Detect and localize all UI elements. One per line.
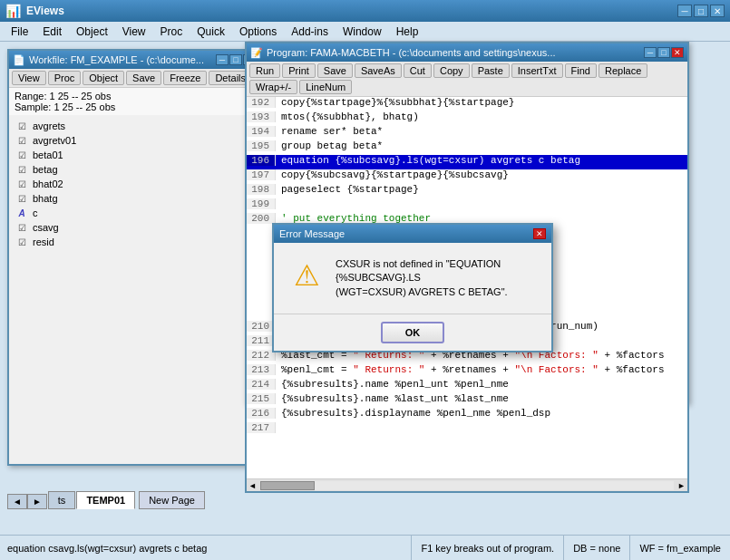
workfile-save-btn[interactable]: Save <box>126 71 161 85</box>
app-title-bar: 📊 EViews ─ □ ✕ <box>0 0 730 22</box>
program-close[interactable]: ✕ <box>671 47 684 58</box>
program-maximize[interactable]: □ <box>657 47 670 58</box>
item-label: bhatg <box>33 193 58 204</box>
tab-ts[interactable]: ts <box>48 491 76 509</box>
code-line-196: 196 equation {%subcsavg}.ls(wgt=cxsur) a… <box>247 155 687 169</box>
copy-button[interactable]: Copy <box>433 63 470 78</box>
workfile-object-btn[interactable]: Object <box>83 71 124 85</box>
workfile-range: Range: 1 25 -- 25 obs <box>15 91 254 101</box>
print-button[interactable]: Print <box>282 63 316 78</box>
code-line-192: 192 copy{%startpage}%{%subbhat}{%startpa… <box>247 97 687 111</box>
save-button[interactable]: Save <box>317 63 353 78</box>
code-line-217-marker: 217 <box>247 422 687 437</box>
status-right: F1 key breaks out of program. DB = none … <box>411 536 730 561</box>
workfile-proc-btn[interactable]: Proc <box>48 71 82 85</box>
item-label: c <box>33 208 38 218</box>
workfile-title: Workfile: FM_EXAMPLE - (c:\docume... <box>29 54 204 65</box>
tab-prev-arrow[interactable]: ◄ <box>7 494 27 509</box>
menu-item-file[interactable]: File <box>4 24 35 40</box>
checkbox-icon: ☑ <box>15 120 29 132</box>
code-line-198: 198 pageselect {%startpage} <box>247 184 687 198</box>
error-dialog: Error Message ✕ ⚠ CXSUR is not defined i… <box>272 223 553 352</box>
list-item[interactable]: ☑ resid <box>13 235 256 249</box>
menu-bar: FileEditObjectViewProcQuickOptionsAdd-in… <box>0 22 730 42</box>
tab-next-arrow[interactable]: ► <box>27 494 47 509</box>
dialog-message-line1: CXSUR is not defined in "EQUATION {%SUBC… <box>336 257 537 285</box>
menu-item-help[interactable]: Help <box>389 24 426 40</box>
workfile-info: Range: 1 25 -- 25 obs Sample: 1 25 -- 25… <box>9 88 259 115</box>
menu-item-add-ins[interactable]: Add-ins <box>284 24 336 40</box>
workfile-sample: Sample: 1 25 -- 25 obs <box>15 101 254 112</box>
equation-icon: A <box>15 207 29 219</box>
list-item[interactable]: A c <box>13 206 256 220</box>
scroll-track <box>260 481 674 490</box>
warning-icon: ⚠ <box>288 257 325 294</box>
run-button[interactable]: Run <box>249 63 280 78</box>
tab-temp01[interactable]: TEMP01 <box>76 491 135 509</box>
scroll-thumb[interactable] <box>260 481 315 490</box>
checkbox-icon: ☑ <box>15 192 29 205</box>
item-label: beta01 <box>33 150 63 160</box>
status-hint: F1 key breaks out of program. <box>411 536 563 561</box>
code-line-194: 194 rename ser* beta* <box>247 126 687 140</box>
workfile-freeze-btn[interactable]: Freeze <box>163 71 207 85</box>
cut-button[interactable]: Cut <box>404 63 432 78</box>
paste-button[interactable]: Paste <box>472 63 510 78</box>
horizontal-scrollbar[interactable]: ◄ ► <box>247 478 687 491</box>
item-label: avgretv01 <box>33 135 76 146</box>
workfile-maximize[interactable]: □ <box>229 54 242 65</box>
app-icon: 📊 <box>5 4 21 18</box>
dialog-title-bar: Error Message ✕ <box>274 225 551 243</box>
workfile-list: ☑ avgrets ☑ avgretv01 ☑ beta01 ☑ betag ☑… <box>9 115 259 456</box>
menu-item-options[interactable]: Options <box>232 24 284 40</box>
checkbox-icon: ☑ <box>15 178 29 190</box>
menu-item-view[interactable]: View <box>115 24 153 40</box>
minimize-button[interactable]: ─ <box>677 5 692 17</box>
list-item[interactable]: ☑ bhat02 <box>13 177 256 191</box>
program-minimize[interactable]: ─ <box>644 47 657 58</box>
program-toolbar: Run Print Save SaveAs Cut Copy Paste Ins… <box>247 62 687 97</box>
close-button[interactable]: ✕ <box>710 5 725 17</box>
code-line-193: 193 mtos({%subbhat}, bhatg) <box>247 111 687 126</box>
code-line-216: 216 {%subresults}.displayname %penl_nme … <box>247 408 687 422</box>
linenum-button[interactable]: LineNum <box>299 80 352 94</box>
item-label: resid <box>33 237 54 247</box>
checkbox-icon: ☑ <box>15 221 29 234</box>
dialog-title: Error Message <box>279 228 345 239</box>
item-label: bhat02 <box>33 179 63 189</box>
maximize-button[interactable]: □ <box>694 5 708 17</box>
list-item[interactable]: ☑ bhatg <box>13 191 256 206</box>
scroll-right-btn[interactable]: ► <box>676 481 687 490</box>
dialog-message-line2: (WGT=CXSUR) AVGRETS C BETAG". <box>336 285 537 299</box>
code-line-195: 195 group betag beta* <box>247 140 687 155</box>
list-item[interactable]: ☑ betag <box>13 162 256 177</box>
ok-button[interactable]: OK <box>381 322 444 343</box>
list-item[interactable]: ☑ beta01 <box>13 148 256 162</box>
list-item[interactable]: ☑ csavg <box>13 220 256 235</box>
workfile-minimize[interactable]: ─ <box>216 54 229 65</box>
list-item[interactable]: ☑ avgretv01 <box>13 133 256 148</box>
checkbox-icon: ☑ <box>15 134 29 147</box>
program-icon: 📝 <box>250 47 263 59</box>
tab-new-page[interactable]: New Page <box>139 491 205 509</box>
replace-button[interactable]: Replace <box>599 63 647 78</box>
menu-item-quick[interactable]: Quick <box>190 24 232 40</box>
menu-item-edit[interactable]: Edit <box>35 24 69 40</box>
code-line-197: 197 copy{%subcsavg}{%startpage}{%subcsav… <box>247 169 687 184</box>
app-title: EViews <box>26 5 64 17</box>
scroll-left-btn[interactable]: ◄ <box>247 481 258 490</box>
dialog-close-button[interactable]: ✕ <box>533 228 546 239</box>
code-line-214: 214 {%subresults}.name %penl_unt %penl_n… <box>247 379 687 393</box>
dialog-content: ⚠ CXSUR is not defined in "EQUATION {%SU… <box>274 243 551 314</box>
list-item[interactable]: ☑ avgrets <box>13 119 256 133</box>
menu-item-object[interactable]: Object <box>69 24 115 40</box>
inserttxt-button[interactable]: InsertTxt <box>511 63 563 78</box>
code-line-199: 199 <box>247 198 687 213</box>
status-bar: equation csavg.ls(wgt=cxsur) avgrets c b… <box>0 535 730 560</box>
wrap-button[interactable]: Wrap+/- <box>249 80 297 94</box>
find-button[interactable]: Find <box>565 63 597 78</box>
menu-item-window[interactable]: Window <box>336 24 389 40</box>
menu-item-proc[interactable]: Proc <box>153 24 190 40</box>
workfile-view-btn[interactable]: View <box>12 71 46 85</box>
saveas-button[interactable]: SaveAs <box>355 63 402 78</box>
